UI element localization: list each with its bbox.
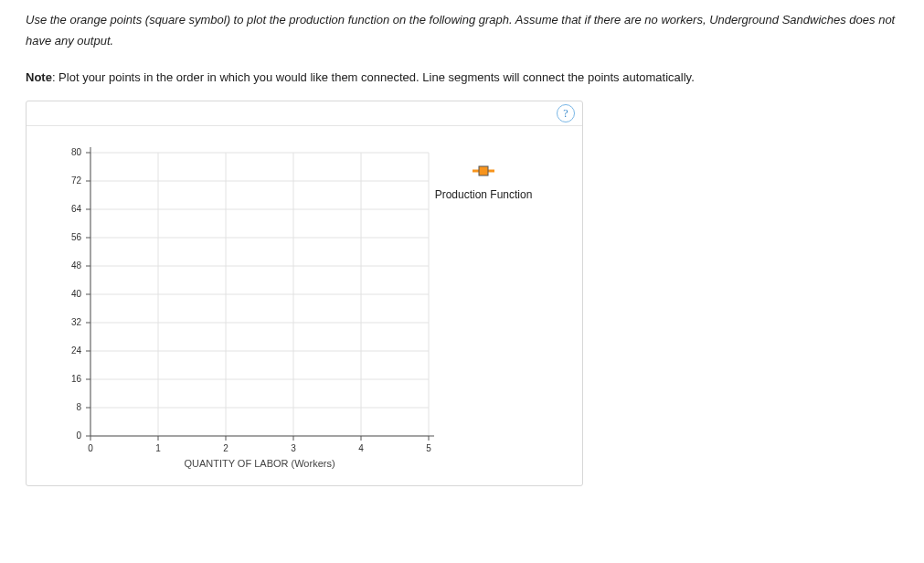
y-tick-label: 0 bbox=[76, 430, 81, 441]
y-tick-label: 16 bbox=[71, 374, 82, 384]
y-tick-label: 48 bbox=[71, 260, 82, 271]
y-tick-label: 40 bbox=[71, 289, 82, 299]
chart-svg[interactable]: 01234508162432404856647280QUANTITY OF LA… bbox=[27, 125, 582, 485]
x-tick-label: 1 bbox=[155, 443, 161, 453]
x-tick-label: 2 bbox=[223, 443, 228, 453]
x-tick-label: 3 bbox=[291, 443, 296, 453]
y-tick-label: 24 bbox=[71, 345, 82, 356]
plot-area[interactable]: 01234508162432404856647280QUANTITY OF LA… bbox=[27, 125, 582, 485]
y-tick-label: 32 bbox=[71, 317, 82, 327]
legend-square-icon[interactable] bbox=[479, 166, 488, 175]
graph-panel: ? 01234508162432404856647280QUANTITY OF … bbox=[26, 101, 583, 486]
y-tick-label: 8 bbox=[76, 402, 81, 412]
x-axis-label: QUANTITY OF LABOR (Workers) bbox=[184, 458, 335, 469]
note-line: Note: Plot your points in the order in w… bbox=[26, 69, 898, 88]
legend-label: Production Function bbox=[435, 188, 533, 201]
y-tick-label: 72 bbox=[71, 175, 82, 186]
note-body: : Plot your points in the order in which… bbox=[52, 70, 695, 84]
x-tick-label: 0 bbox=[88, 443, 93, 453]
x-tick-label: 4 bbox=[358, 443, 364, 453]
y-tick-label: 56 bbox=[71, 232, 82, 242]
y-tick-label: 80 bbox=[71, 147, 82, 157]
help-button[interactable]: ? bbox=[557, 104, 575, 122]
x-tick-label: 5 bbox=[426, 443, 431, 453]
y-tick-label: 64 bbox=[71, 204, 82, 214]
panel-header: ? bbox=[27, 101, 582, 126]
instructions-text: Use the orange points (square symbol) to… bbox=[26, 9, 898, 52]
note-prefix: Note bbox=[26, 70, 52, 84]
